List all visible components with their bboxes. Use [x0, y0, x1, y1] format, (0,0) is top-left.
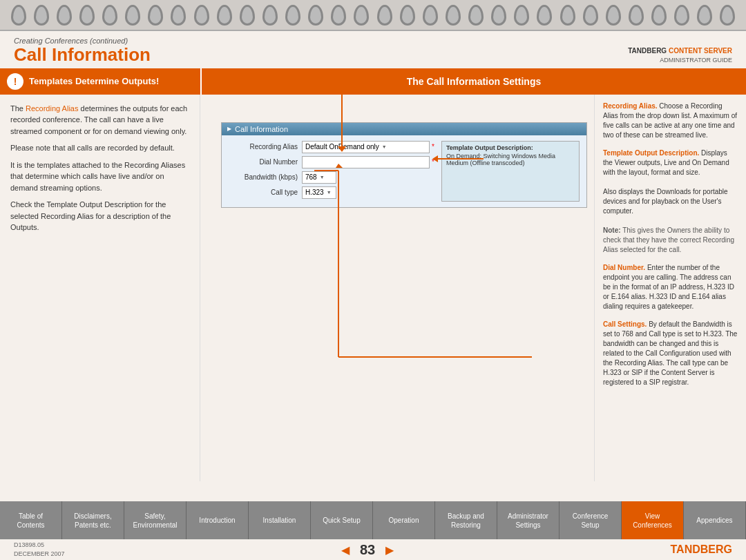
nav-administrator-settings[interactable]: AdministratorSettings	[497, 501, 560, 539]
page-title: Call Information	[14, 45, 151, 65]
nav-operation[interactable]: Operation	[373, 501, 435, 539]
para-4: Check the Template Output Description fo…	[10, 199, 189, 233]
spiral-ring	[125, 5, 140, 26]
nav-backup-restoring[interactable]: Backup andRestoring	[435, 501, 497, 539]
main-content: The Recording Alias determines the outpu…	[0, 95, 746, 481]
page-number: 83	[360, 542, 375, 558]
spiral-ring	[423, 5, 438, 26]
recording-alias-note-link: Recording Alias	[603, 236, 734, 253]
section-template-output: Template Output Description. Displays th…	[603, 148, 738, 255]
spiral-ring	[354, 5, 369, 26]
bottom-nav: Table ofContents Disclaimers,Patents etc…	[0, 501, 746, 539]
spiral-ring	[57, 5, 72, 26]
next-page-arrow[interactable]: ▶	[385, 543, 394, 557]
para-3: It is the templates attached to the Reco…	[10, 160, 189, 194]
nav-view-conferences[interactable]: ViewConferences	[622, 501, 684, 539]
nav-safety[interactable]: Safety,Environmental	[124, 501, 186, 539]
recording-alias-row: Recording Alias Default OnDemand only *	[229, 141, 434, 153]
spiral-ring	[560, 5, 575, 26]
ui-title-bar: Call Information	[222, 123, 586, 135]
section-title-template: Template Output Description.	[603, 149, 699, 157]
bandwidth-select[interactable]: 768	[302, 171, 336, 184]
spiral-ring	[217, 5, 232, 26]
para-1: The Recording Alias determines the outpu…	[10, 103, 189, 137]
banner-left-text: Templates Determine Outputs!	[29, 76, 159, 86]
left-column: The Recording Alias determines the outpu…	[0, 95, 200, 481]
section-title-call-settings: Call Settings.	[603, 320, 647, 328]
header-left: Creating Conferences (continued) Call In…	[14, 37, 151, 65]
required-star-2: *	[432, 158, 434, 166]
spiral-ring	[240, 5, 255, 26]
footer-pagination: ◀ 83 ▶	[341, 542, 394, 558]
spiral-ring	[262, 5, 278, 26]
nav-table-of-contents[interactable]: Table ofContents	[0, 501, 62, 539]
spiral-ring	[194, 5, 209, 26]
spiral-ring	[651, 5, 667, 26]
brand-line: TANDBERG CONTENT SERVER	[628, 46, 732, 56]
spiral-ring	[468, 5, 484, 26]
section-recording-alias: Recording Alias. Choose a Recording Alia…	[603, 102, 738, 140]
footer-brand-accent: BERG	[700, 543, 732, 555]
spiral-ring	[537, 5, 552, 26]
ui-form: Recording Alias Default OnDemand only * …	[222, 135, 586, 207]
spiral-ring	[606, 5, 621, 26]
ui-title-text: Call Information	[235, 125, 288, 133]
dial-number-label: Dial Number	[229, 158, 298, 166]
prev-page-arrow[interactable]: ◀	[341, 543, 350, 557]
orange-banner: ! Templates Determine Outputs! The Call …	[0, 68, 746, 95]
footer-doc-info: D13898.05 DECEMBER 2007	[14, 541, 65, 558]
nav-quick-setup[interactable]: Quick Setup	[311, 501, 373, 539]
template-output-box: Template Output Description: On Demand: …	[441, 141, 580, 202]
spiral-ring	[697, 5, 712, 26]
spiral-ring	[514, 5, 529, 26]
call-type-row: Call type H.323	[229, 186, 434, 199]
recording-alias-select[interactable]: Default OnDemand only	[302, 141, 430, 153]
required-star-1: *	[432, 143, 434, 151]
footer-doc-number: D13898.05	[14, 541, 65, 550]
spiral-ring	[102, 5, 117, 26]
nav-introduction[interactable]: Introduction	[186, 501, 249, 539]
warning-icon: !	[7, 73, 23, 90]
footer: D13898.05 DECEMBER 2007 ◀ 83 ▶ TANDBERG	[0, 539, 746, 560]
template-output-title: Template Output Description:	[446, 144, 575, 151]
bandwidth-row: Bandwidth (kbps) 768	[229, 171, 434, 184]
right-column: Recording Alias. Choose a Recording Alia…	[594, 95, 746, 481]
center-area: Call Information Recording Alias Default…	[200, 95, 594, 481]
nav-disclaimers[interactable]: Disclaimers,Patents etc.	[62, 501, 124, 539]
spiral-ring	[377, 5, 392, 26]
spiral-ring	[400, 5, 415, 26]
footer-brand: TANDBERG	[671, 543, 732, 556]
footer-date: DECEMBER 2007	[14, 550, 65, 559]
spiral-ring	[34, 5, 49, 26]
spiral-ring	[331, 5, 346, 26]
nav-appendices[interactable]: Appendices	[684, 501, 746, 539]
note-recording-alias: Note: This gives the Owners the ability …	[603, 226, 734, 253]
spiral-ring	[148, 5, 163, 26]
footer-brand-text: TAND	[671, 543, 700, 555]
template-output-value: On Demand: Switching Windows Media Mediu…	[446, 153, 575, 166]
spiral-ring	[446, 5, 461, 26]
spiral-ring	[491, 5, 506, 26]
header-right: TANDBERG CONTENT SERVER ADMINISTRATOR GU…	[628, 46, 732, 65]
spiral-ring	[674, 5, 689, 26]
banner-left: ! Templates Determine Outputs!	[0, 68, 200, 95]
spiral-ring	[308, 5, 323, 26]
call-type-select[interactable]: H.323	[302, 186, 336, 199]
spiral-ring	[583, 5, 598, 26]
guide-label: ADMINISTRATOR GUIDE	[628, 56, 732, 65]
banner-right: The Call Information Settings	[200, 68, 746, 95]
nav-conference-setup[interactable]: ConferenceSetup	[560, 501, 622, 539]
ui-mockup: Call Information Recording Alias Default…	[221, 122, 587, 208]
spiral-ring	[79, 5, 95, 26]
nav-installation[interactable]: Installation	[249, 501, 311, 539]
section-title-recording-alias: Recording Alias.	[603, 102, 658, 110]
spiral-binding	[0, 0, 746, 31]
spiral-ring	[720, 5, 735, 26]
recording-alias-link-1: Recording Alias	[26, 104, 78, 113]
spiral-ring	[629, 5, 644, 26]
dial-number-input[interactable]	[302, 156, 430, 168]
section-title-dial: Dial Number.	[603, 264, 645, 271]
banner-right-text: The Call Information Settings	[407, 76, 541, 87]
section-call-settings: Call Settings. By default the Bandwidth …	[603, 320, 738, 387]
bandwidth-label: Bandwidth (kbps)	[229, 173, 298, 181]
